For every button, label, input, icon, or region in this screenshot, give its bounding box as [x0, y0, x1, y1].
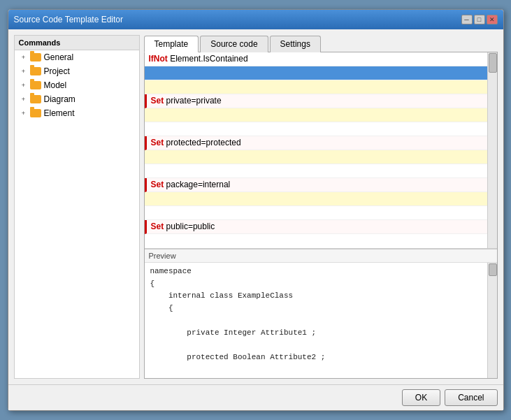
minimize-button[interactable]: ─	[461, 15, 473, 24]
preview-header: Preview	[145, 249, 497, 263]
kw-set-1: Set	[151, 138, 164, 147]
title-bar: Source Code Template Editor ─ □ ✕	[8, 10, 503, 29]
expand-icon-model: +	[19, 80, 29, 90]
preview-line-1: {	[150, 278, 483, 291]
preview-line-2: internal class ExampleClass	[150, 290, 483, 303]
preview-line-3: {	[150, 303, 483, 315]
tab-settings[interactable]: Settings	[270, 36, 321, 52]
expand-icon-general: +	[19, 52, 29, 62]
folder-icon-diagram	[30, 95, 41, 103]
main-window: Source Code Template Editor ─ □ ✕ Comman…	[8, 9, 504, 411]
template-scroll-thumb	[489, 53, 497, 73]
folder-icon-model	[30, 81, 41, 89]
template-text-3: private=private	[166, 96, 222, 106]
preview-line-7: protected Boolean Attribute2 ;	[150, 352, 483, 364]
template-editor[interactable]: IfNot Element.IsContained Set private=pr…	[145, 52, 497, 249]
window-body: Commands + General + Project + Model + D…	[8, 29, 503, 384]
sidebar-item-general[interactable]: + General	[15, 50, 139, 64]
preview-line-0: namespace	[150, 266, 483, 278]
template-line-0: IfNot Element.IsContained	[145, 52, 487, 66]
tab-bar: Template Source code Settings	[144, 35, 498, 52]
preview-line-5: private Integer Attribute1 ;	[150, 327, 483, 340]
sidebar-label-model: Model	[44, 80, 67, 90]
close-button[interactable]: ✕	[487, 15, 498, 24]
template-line-10	[145, 192, 487, 206]
tab-content: IfNot Element.IsContained Set private=pr…	[144, 52, 498, 379]
folder-icon-general	[30, 53, 41, 61]
template-line-8	[145, 164, 487, 178]
template-line-4	[145, 108, 487, 122]
template-text-6: protected=protected	[166, 138, 241, 147]
window-title: Source Code Template Editor	[14, 15, 124, 24]
sidebar-item-diagram[interactable]: + Diagram	[15, 92, 139, 106]
template-line-9: Set package=internal	[145, 178, 487, 192]
sidebar-label-project: Project	[44, 66, 70, 76]
left-panel: Commands + General + Project + Model + D…	[14, 35, 140, 379]
cancel-button[interactable]: Cancel	[445, 389, 497, 406]
window-controls: ─ □ ✕	[461, 15, 498, 24]
template-line-2	[145, 80, 487, 94]
right-panel: Template Source code Settings IfNot Elem…	[144, 35, 498, 379]
preview-line-6	[150, 340, 483, 352]
template-text-0: Element.IsContained	[170, 54, 247, 64]
expand-icon-diagram: +	[19, 94, 29, 104]
preview-scrollbar[interactable]	[487, 263, 497, 378]
sidebar-item-model[interactable]: + Model	[15, 78, 139, 92]
preview-wrapper: namespace { internal class ExampleClass …	[145, 263, 497, 378]
kw-ifnot: IfNot	[149, 54, 168, 64]
preview-panel: Preview namespace { internal class Examp…	[145, 249, 497, 378]
tab-source-code[interactable]: Source code	[200, 36, 268, 52]
template-scrollbar[interactable]	[487, 52, 497, 248]
kw-set-2: Set	[151, 180, 164, 189]
commands-header: Commands	[15, 36, 139, 50]
kw-set-0: Set	[151, 96, 164, 106]
template-line-5	[145, 122, 487, 136]
template-text-12: public=public	[166, 222, 215, 231]
template-line-3: Set private=private	[145, 94, 487, 108]
tab-template[interactable]: Template	[144, 36, 199, 52]
template-line-11	[145, 206, 487, 220]
footer: OK Cancel	[8, 384, 503, 410]
preview-scroll-thumb	[489, 263, 497, 276]
expand-icon-element: +	[19, 108, 29, 118]
template-line-7	[145, 150, 487, 164]
maximize-button[interactable]: □	[474, 15, 485, 24]
sidebar-item-project[interactable]: + Project	[15, 64, 139, 78]
sidebar-label-diagram: Diagram	[44, 94, 75, 104]
ok-button[interactable]: OK	[402, 389, 440, 406]
kw-set-3: Set	[151, 222, 164, 231]
folder-icon-project	[30, 67, 41, 75]
folder-icon-element	[30, 109, 41, 117]
sidebar-label-element: Element	[44, 108, 75, 118]
preview-content: namespace { internal class ExampleClass …	[145, 263, 497, 367]
sidebar-label-general: General	[44, 52, 74, 62]
sidebar-item-element[interactable]: + Element	[15, 106, 139, 120]
template-line-12: Set public=public	[145, 220, 487, 234]
expand-icon-project: +	[19, 66, 29, 76]
preview-line-4	[150, 314, 483, 327]
template-line-6: Set protected=protected	[145, 136, 487, 150]
template-line-1	[145, 66, 487, 80]
template-lines: IfNot Element.IsContained Set private=pr…	[145, 52, 497, 234]
template-text-9: package=internal	[166, 180, 231, 189]
